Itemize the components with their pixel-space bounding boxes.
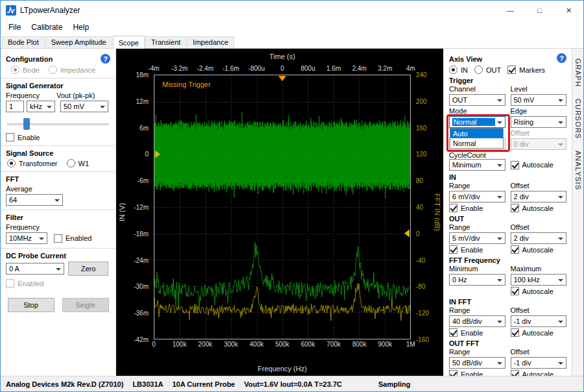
freq-axis-ticks: 0100k200k300k400k500k600k700k800k900k1M [154, 341, 411, 349]
out-fft-autoscale-checkbox[interactable]: Autoscale [511, 370, 567, 376]
help-icon[interactable]: ? [557, 53, 566, 63]
axis-out-radio[interactable]: OUT [474, 66, 501, 74]
out-range-combo[interactable]: 5 mV/div [449, 232, 505, 244]
radio-icon [7, 159, 16, 167]
signal-generator-title: Signal Generator [6, 82, 110, 90]
tick-label: -2.4m [197, 65, 213, 72]
out-fft-offset-value: -1 div [514, 359, 557, 367]
trigger-mode-combo[interactable]: Normal Auto Normal [449, 116, 505, 128]
transformer-radio[interactable]: Transformer [7, 159, 58, 167]
out-range-value: 5 mV/div [452, 234, 495, 242]
w1-radio[interactable]: W1 [67, 159, 90, 167]
help-icon[interactable]: ? [101, 54, 110, 64]
tab-scope[interactable]: Scope [113, 36, 145, 49]
in-fft-offset-combo[interactable]: -1 div [511, 315, 567, 327]
in-offset-combo[interactable]: 2 div [511, 191, 567, 202]
tab-sweep-amplitude[interactable]: Sweep Amplitude [45, 36, 112, 48]
out-autoscale-label: Autoscale [522, 246, 554, 254]
fft-max-combo[interactable]: 100 kHz [511, 274, 567, 286]
amplitude-slider[interactable] [7, 116, 109, 132]
in-autoscale-checkbox[interactable]: Autoscale [511, 204, 567, 212]
trigger-level-combo[interactable]: 50 mV [511, 94, 567, 106]
menu-file[interactable]: File [3, 21, 26, 33]
tick-label: 400k [250, 341, 264, 348]
tick-label: -6m [138, 177, 149, 184]
axis-in-label: IN [461, 66, 468, 74]
stop-button[interactable]: Stop [8, 298, 55, 312]
in-fft-enable-checkbox[interactable]: Enable [449, 328, 505, 337]
checkbox-icon [511, 204, 519, 212]
mode-dropdown-list: Auto Normal [450, 128, 504, 149]
close-button[interactable]: ✕ [554, 1, 583, 20]
vout-combo[interactable]: 50 mV [60, 101, 108, 112]
in-fft-autoscale-checkbox[interactable]: Autoscale [511, 328, 567, 337]
frequency-unit-combo[interactable]: kHz [27, 101, 55, 112]
filter-enabled-label: Enabled [66, 234, 91, 242]
separator [1, 210, 116, 210]
fft-axis-ticks: 24020016012080400-40-80-120-160 [413, 75, 443, 339]
dc-current-combo[interactable]: 0 A [6, 263, 64, 275]
in-offset-label: Offset [511, 182, 567, 190]
impedance-radio[interactable]: Impedance [49, 66, 95, 74]
mode-option-normal[interactable]: Normal [450, 138, 503, 148]
out-offset-combo[interactable]: 2 div [511, 232, 567, 244]
missing-trigger-label: Missing Trigger [162, 80, 211, 88]
tick-label: 600k [301, 341, 315, 348]
minimize-button[interactable]: — [496, 1, 525, 20]
trigger-channel-combo[interactable]: OUT [449, 94, 505, 106]
side-tab-cursors[interactable]: CURSORS [574, 93, 583, 145]
signal-enable-checkbox[interactable]: Enable [6, 133, 110, 141]
out-offset-label: Offset [511, 223, 567, 231]
checkbox-icon [511, 328, 519, 337]
time-axis-ticks: -4m-3.2m-2.4m-1.6m-800u0800u1.6m2.4m3.2m… [154, 65, 411, 73]
out-fft-range-combo[interactable]: 50 dB/div [449, 357, 505, 369]
in-enable-checkbox[interactable]: Enable [449, 204, 505, 212]
axis-in-radio[interactable]: IN [449, 66, 468, 74]
in-fft-range-combo[interactable]: 40 dB/div [449, 315, 505, 327]
tab-impedance[interactable]: Impedance [187, 36, 234, 48]
side-tab-analysis[interactable]: ANALYSIS [574, 145, 583, 196]
trigger-autoscale-checkbox[interactable]: Autoscale [511, 159, 567, 171]
waveform-plot[interactable]: Missing Trigger [154, 75, 411, 339]
side-tab-graph[interactable]: GRAPH [574, 53, 583, 93]
out-fft-offset-combo[interactable]: -1 div [511, 357, 567, 369]
tab-transient[interactable]: Transient [145, 36, 186, 48]
mode-option-auto[interactable]: Auto [450, 129, 503, 138]
menu-help[interactable]: Help [67, 21, 94, 33]
filter-enabled-checkbox[interactable]: Enabled [54, 234, 91, 243]
markers-checkbox[interactable]: Markers [507, 66, 545, 74]
dc-enabled-label: Enabled [18, 280, 43, 288]
filter-frequency-combo[interactable]: 10MHz [6, 232, 47, 244]
zero-button[interactable]: Zero [68, 262, 108, 276]
tick-label: -160 [416, 336, 429, 343]
trigger-edge-combo[interactable]: Rising [511, 116, 567, 128]
single-button: Single [62, 298, 109, 312]
fft-frequency-autoscale-checkbox[interactable]: Autoscale [511, 287, 567, 295]
tick-label: 80 [416, 177, 423, 184]
tick-label: 700k [326, 341, 341, 348]
trigger-offset-label: Offset [511, 129, 567, 137]
frequency-unit-value: kHz [30, 103, 45, 110]
fft-min-combo[interactable]: 0 Hz [449, 274, 505, 286]
tick-label: -42m [134, 336, 149, 343]
tab-bode-plot[interactable]: Bode Plot [2, 36, 45, 48]
fft-average-combo[interactable]: 64 [6, 194, 63, 206]
configuration-panel: Configuration ? Bode Impedance Signal Ge… [1, 49, 116, 376]
out-enable-checkbox[interactable]: Enable [449, 245, 505, 254]
tick-label: 900k [378, 341, 393, 348]
bode-radio[interactable]: Bode [11, 66, 40, 74]
in-range-combo[interactable]: 6 mV/div [449, 191, 505, 202]
maximize-button[interactable]: □ [525, 1, 554, 20]
window-controls: — □ ✕ [496, 1, 583, 20]
menu-calibrate[interactable]: Calibrate [26, 21, 67, 33]
out-autoscale-checkbox[interactable]: Autoscale [511, 245, 567, 254]
in-enable-label: Enable [461, 204, 483, 212]
cyclecount-combo[interactable]: Minimum [449, 159, 505, 171]
tick-label: 18m [136, 71, 149, 79]
frequency-input[interactable]: 1 [6, 101, 24, 112]
slider-thumb[interactable] [23, 118, 30, 130]
checkbox-icon [6, 279, 14, 288]
trigger-offset-combo: 0 div [511, 138, 567, 150]
tick-label: 240 [416, 71, 427, 79]
out-fft-enable-checkbox[interactable]: Enable [449, 370, 505, 376]
